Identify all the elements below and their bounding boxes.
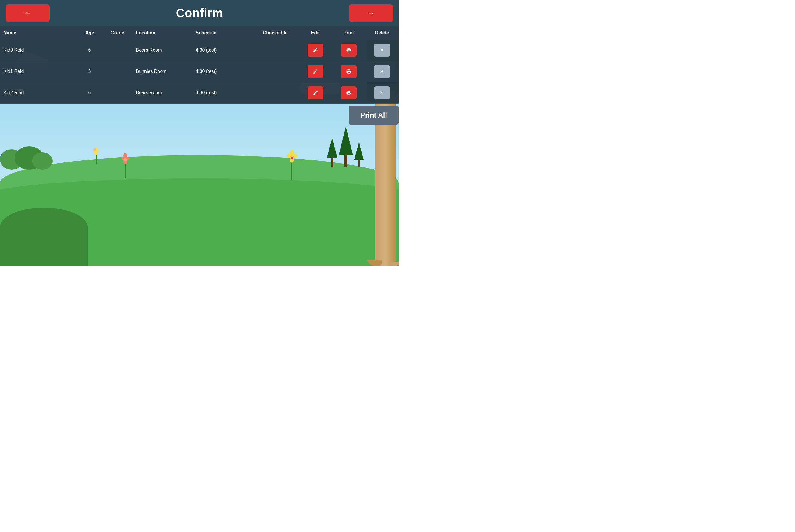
back-button[interactable]: ← [6,4,50,22]
cell-delete-1: ✕ [365,61,399,82]
edit-button-2[interactable] [308,86,323,99]
children-table: Name Age Grade Location Schedule Checked… [0,26,399,103]
col-header-print: Print [332,26,365,40]
ground [0,155,399,266]
cell-grade-1 [103,61,132,82]
cell-location-2: Bears Room [132,82,192,103]
table-row: Kid0 Reid 6 Bears Room 4:30 (test) [0,40,399,61]
col-header-delete: Delete [365,26,399,40]
flower-3 [287,153,297,180]
printer-icon [346,69,351,74]
cell-checkedin-2 [252,82,299,103]
ground-shadow [0,208,88,266]
col-header-checkedin: Checked In [252,26,299,40]
cell-schedule-0: 4:30 (test) [192,40,252,61]
header: ← Confirm → [0,0,399,26]
cell-edit-2 [299,82,332,103]
delete-button-2[interactable]: ✕ [374,86,390,99]
print-all-button[interactable]: Print All [349,106,399,125]
col-header-age: Age [77,26,103,40]
bush-3 [32,152,53,170]
table-row: Kid1 Reid 3 Bunnies Room 4:30 (test) [0,61,399,82]
print-button-2[interactable] [341,86,357,99]
cell-schedule-2: 4:30 (test) [192,82,252,103]
cell-edit-1 [299,61,332,82]
cell-name-1: Kid1 Reid [0,61,77,82]
pencil-icon [313,69,318,74]
col-header-edit: Edit [299,26,332,40]
pencil-icon [313,90,318,95]
col-header-location: Location [132,26,192,40]
bushes-left [0,144,58,170]
cell-print-1 [332,61,365,82]
back-arrow-icon: ← [24,8,32,18]
pine-trees [327,126,364,167]
cell-location-0: Bears Room [132,40,192,61]
cell-age-1: 3 [77,61,103,82]
cell-age-2: 6 [77,82,103,103]
cell-print-2 [332,82,365,103]
forward-button[interactable]: → [349,4,393,22]
col-header-name: Name [0,26,77,40]
flower-2 [121,156,129,178]
print-all-container: Print All [0,103,399,127]
print-button-1[interactable] [341,65,357,78]
cell-print-0 [332,40,365,61]
flower-1 [93,149,99,164]
printer-icon [346,90,351,95]
print-button-0[interactable] [341,44,357,57]
cell-delete-0: ✕ [365,40,399,61]
page-title: Confirm [176,6,223,20]
cell-location-1: Bunnies Room [132,61,192,82]
cell-checkedin-0 [252,40,299,61]
cell-name-2: Kid2 Reid [0,82,77,103]
edit-button-0[interactable] [308,44,323,57]
delete-button-1[interactable]: ✕ [374,65,390,78]
cell-schedule-1: 4:30 (test) [192,61,252,82]
cell-checkedin-1 [252,61,299,82]
data-table-container: Name Age Grade Location Schedule Checked… [0,26,399,103]
cell-age-0: 6 [77,40,103,61]
cell-grade-2 [103,82,132,103]
cell-delete-2: ✕ [365,82,399,103]
forward-arrow-icon: → [367,8,375,18]
table-row: Kid2 Reid 6 Bears Room 4:30 (test) [0,82,399,103]
cell-grade-0 [103,40,132,61]
col-header-grade: Grade [103,26,132,40]
cell-edit-0 [299,40,332,61]
table-header-row: Name Age Grade Location Schedule Checked… [0,26,399,40]
printer-icon [346,48,351,53]
delete-button-0[interactable]: ✕ [374,44,390,57]
edit-button-1[interactable] [308,65,323,78]
pencil-icon [313,48,318,53]
col-header-schedule: Schedule [192,26,252,40]
cell-name-0: Kid0 Reid [0,40,77,61]
